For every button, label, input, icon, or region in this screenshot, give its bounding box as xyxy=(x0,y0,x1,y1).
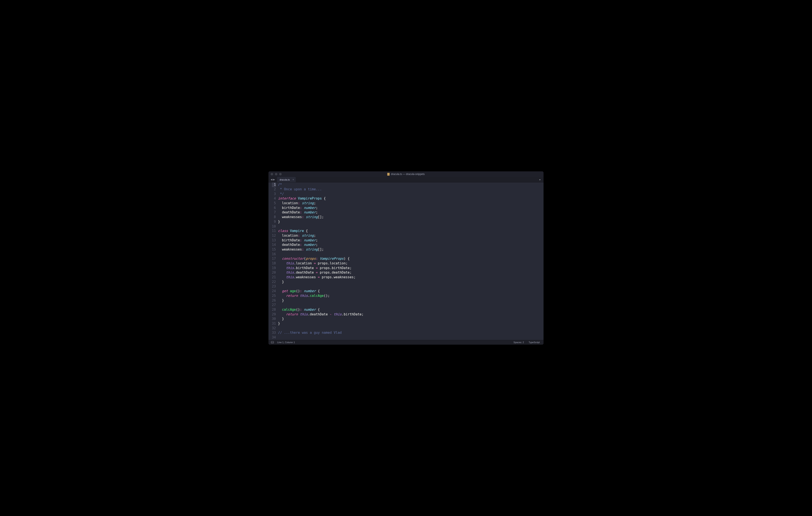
code-line[interactable]: } xyxy=(278,280,539,284)
code-line[interactable]: this.location = props.location; xyxy=(278,261,539,266)
code-line[interactable]: birthDate: number; xyxy=(278,238,539,243)
code-line[interactable]: calcAge(): number { xyxy=(278,307,539,312)
code-line[interactable]: /* xyxy=(278,183,539,187)
nav-arrows: ◀ ▶ xyxy=(268,177,277,182)
minimize-window-button[interactable] xyxy=(275,173,278,175)
line-number[interactable]: 5 xyxy=(272,201,276,206)
line-number[interactable]: 31 xyxy=(272,321,276,326)
tab-close-icon[interactable]: × xyxy=(293,178,294,181)
line-number[interactable]: 33 xyxy=(272,330,276,335)
line-number[interactable]: 13 xyxy=(272,238,276,243)
line-number[interactable]: 2 xyxy=(272,187,276,192)
code-line[interactable]: get age(): number { xyxy=(278,289,539,294)
line-number[interactable]: 22 xyxy=(272,280,276,284)
line-number[interactable]: 34 xyxy=(272,335,276,340)
line-number[interactable]: 11 xyxy=(272,229,276,234)
code-line[interactable] xyxy=(278,326,539,331)
tab-label: dracula.ts xyxy=(280,179,290,181)
code-line[interactable]: } xyxy=(278,220,539,224)
line-number[interactable]: 4 xyxy=(272,196,276,201)
line-number[interactable]: 14 xyxy=(272,243,276,247)
code-line[interactable]: constructor(props: VampireProps) { xyxy=(278,256,539,261)
code-line[interactable]: class Vampire { xyxy=(278,229,539,234)
code-line[interactable]: return this.deathDate - this.birthDate; xyxy=(278,312,539,317)
line-number[interactable]: 28 xyxy=(272,307,276,312)
editor-window: dracula.ts — dracula-snippets ◀ ▶ dracul… xyxy=(268,171,544,345)
nav-forward-button[interactable]: ▶ xyxy=(273,178,275,181)
code-line[interactable]: deathDate: number; xyxy=(278,210,539,215)
line-number[interactable]: 25 xyxy=(272,294,276,298)
line-gutter[interactable]: 1234567891011121314151617181920212223242… xyxy=(268,183,278,340)
code-line[interactable]: */ xyxy=(278,192,539,196)
status-cursor-position[interactable]: Line 1, Column 1 xyxy=(276,341,296,344)
code-line[interactable]: weaknesses: string[]; xyxy=(278,215,539,220)
code-line[interactable]: } xyxy=(278,317,539,321)
editor-area[interactable]: 1234567891011121314151617181920212223242… xyxy=(268,183,544,340)
code-line[interactable] xyxy=(278,252,539,257)
code-line[interactable]: location: string; xyxy=(278,234,539,238)
line-number[interactable]: 8 xyxy=(272,215,276,220)
code-line[interactable]: this.birthDate = props.birthDate; xyxy=(278,266,539,271)
code-line[interactable]: this.weaknesses = props.weaknesses; xyxy=(278,275,539,280)
code-line[interactable]: weaknesses: string[]; xyxy=(278,247,539,252)
line-number[interactable]: 12 xyxy=(272,234,276,238)
maximize-window-button[interactable] xyxy=(279,173,282,175)
status-indentation[interactable]: Spaces: 2 xyxy=(512,341,525,344)
code-line[interactable] xyxy=(278,303,539,307)
code-content[interactable]: /* * Once upon a time... */interface Vam… xyxy=(278,183,544,340)
window-title-text: dracula.ts — dracula-snippets xyxy=(391,173,425,175)
code-line[interactable] xyxy=(278,335,539,340)
line-number[interactable]: 20 xyxy=(272,270,276,275)
line-number[interactable]: 29 xyxy=(272,312,276,317)
line-number[interactable]: 26 xyxy=(272,298,276,303)
line-number[interactable]: 16 xyxy=(272,252,276,257)
line-number[interactable]: 3 xyxy=(272,192,276,196)
code-line[interactable] xyxy=(278,224,539,229)
file-icon xyxy=(387,173,389,175)
code-line[interactable]: interface VampireProps { xyxy=(278,196,539,201)
line-number[interactable]: 19 xyxy=(272,266,276,271)
line-number[interactable]: 18 xyxy=(272,261,276,266)
code-line[interactable]: this.deathDate = props.deathDate; xyxy=(278,270,539,275)
nav-back-button[interactable]: ◀ xyxy=(270,178,272,181)
line-number[interactable]: 27 xyxy=(272,303,276,307)
traffic-lights xyxy=(268,173,282,175)
tab-bar: ◀ ▶ dracula.ts × ▼ xyxy=(268,177,544,183)
line-number[interactable]: 23 xyxy=(272,284,276,289)
line-number[interactable]: 21 xyxy=(272,275,276,280)
line-number[interactable]: 30 xyxy=(272,317,276,321)
line-number[interactable]: 10 xyxy=(272,224,276,229)
line-number[interactable]: 7 xyxy=(272,210,276,215)
code-line[interactable]: location: string; xyxy=(278,201,539,206)
code-line[interactable]: birthDate: number; xyxy=(278,206,539,210)
code-line[interactable]: // ...there was a guy named Vlad xyxy=(278,330,539,335)
line-number[interactable]: 9 xyxy=(272,220,276,224)
line-number[interactable]: 15 xyxy=(272,247,276,252)
line-number[interactable]: 32 xyxy=(272,326,276,331)
code-line[interactable]: } xyxy=(278,321,539,326)
tab-dracula[interactable]: dracula.ts × xyxy=(277,177,296,182)
window-title: dracula.ts — dracula-snippets xyxy=(387,173,425,175)
code-line[interactable]: * Once upon a time... xyxy=(278,187,539,192)
status-bar: Line 1, Column 1 Spaces: 2 TypeScript xyxy=(268,340,544,345)
line-number[interactable]: 6 xyxy=(272,206,276,210)
line-number[interactable]: 17 xyxy=(272,256,276,261)
tab-overflow-menu[interactable]: ▼ xyxy=(539,179,541,181)
panel-icon[interactable] xyxy=(271,341,274,343)
line-number[interactable]: 24 xyxy=(272,289,276,294)
code-line[interactable] xyxy=(278,284,539,289)
status-language[interactable]: TypeScript xyxy=(527,341,541,344)
code-line[interactable]: deathDate: number; xyxy=(278,243,539,247)
line-number[interactable]: 1 xyxy=(272,183,276,187)
code-line[interactable]: } xyxy=(278,298,539,303)
code-line[interactable]: return this.calcAge(); xyxy=(278,294,539,298)
close-window-button[interactable] xyxy=(270,173,273,175)
titlebar: dracula.ts — dracula-snippets xyxy=(268,171,544,177)
